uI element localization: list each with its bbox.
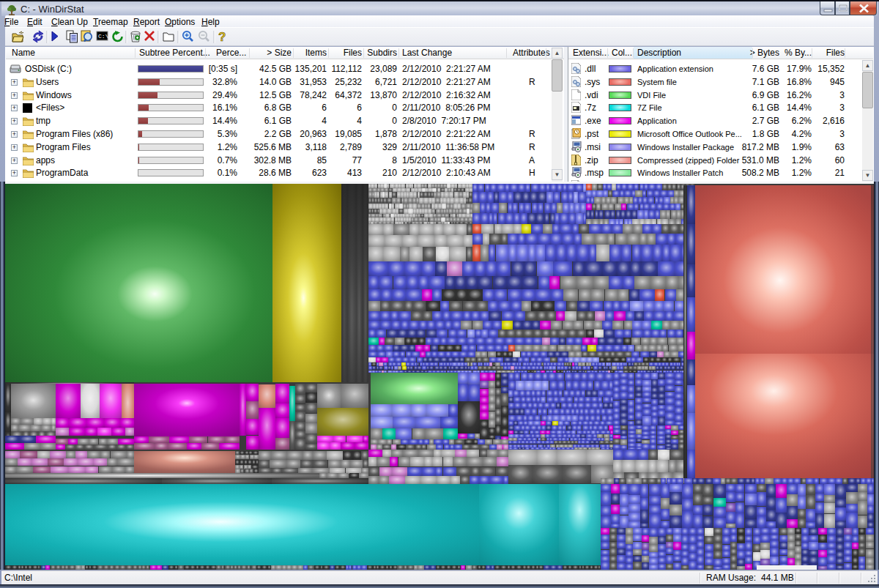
svg-text:C:\: C:\ — [98, 33, 109, 40]
svg-text:?: ? — [218, 30, 226, 44]
